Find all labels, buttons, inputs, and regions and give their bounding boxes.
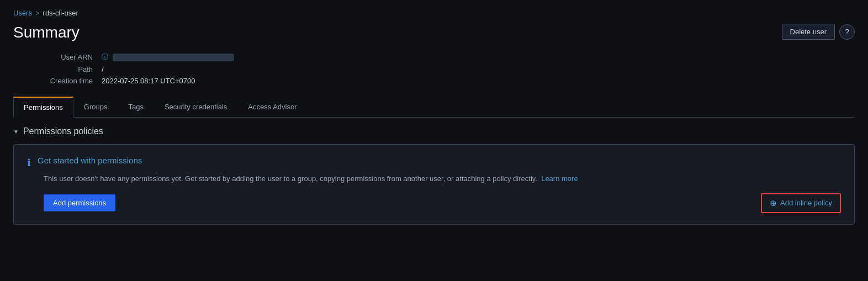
page-header: Summary Delete user ? <box>13 24 855 41</box>
arn-value: ⓘ <box>102 52 234 62</box>
tab-access-advisor[interactable]: Access Advisor <box>237 97 307 118</box>
arn-bar <box>113 54 234 61</box>
page-title: Summary <box>13 24 80 41</box>
chevron-down-icon[interactable]: ▼ <box>13 129 19 135</box>
breadcrumb-parent-link[interactable]: Users <box>13 9 32 17</box>
info-circle-icon: ℹ <box>27 157 31 169</box>
breadcrumb: Users > rds-cli-user <box>13 9 855 17</box>
tabs-wrapper: Permissions Groups Tags Security credent… <box>13 96 855 118</box>
plus-circle-icon: ⊕ <box>770 198 777 208</box>
header-actions: Delete user ? <box>782 24 855 40</box>
arn-label: User ARN <box>13 53 102 61</box>
creation-time-label: Creation time <box>13 77 102 85</box>
tab-groups[interactable]: Groups <box>73 97 118 118</box>
tab-security-credentials[interactable]: Security credentials <box>154 97 237 118</box>
tab-permissions[interactable]: Permissions <box>13 97 73 118</box>
info-card-body: This user doesn't have any permissions y… <box>27 173 841 184</box>
path-label: Path <box>13 65 102 73</box>
add-inline-policy-button[interactable]: ⊕ Add inline policy <box>761 193 841 213</box>
breadcrumb-current: rds-cli-user <box>43 9 78 17</box>
info-card-title: Get started with permissions <box>38 156 142 165</box>
permissions-section: ▼ Permissions policies ℹ Get started wit… <box>13 118 855 234</box>
arn-info-icon[interactable]: ⓘ <box>102 52 108 62</box>
summary-table: User ARN ⓘ Path / Creation time 2022-07-… <box>13 52 855 85</box>
learn-more-link[interactable]: Learn more <box>541 174 578 183</box>
info-card-header: ℹ Get started with permissions <box>27 156 841 169</box>
breadcrumb-separator: > <box>35 9 40 17</box>
info-card-footer: Add permissions ⊕ Add inline policy <box>27 193 841 213</box>
section-title: Permissions policies <box>23 126 103 136</box>
add-permissions-button[interactable]: Add permissions <box>44 194 115 211</box>
summary-row-arn: User ARN ⓘ <box>13 52 855 62</box>
summary-row-creation-time: Creation time 2022-07-25 08:17 UTC+0700 <box>13 77 855 85</box>
section-header: ▼ Permissions policies <box>13 126 855 136</box>
permissions-info-card: ℹ Get started with permissions This user… <box>13 144 855 225</box>
help-icon[interactable]: ? <box>839 24 855 40</box>
tabs: Permissions Groups Tags Security credent… <box>13 96 855 117</box>
delete-user-button[interactable]: Delete user <box>782 24 835 40</box>
tab-tags[interactable]: Tags <box>118 97 154 118</box>
summary-row-path: Path / <box>13 65 855 73</box>
info-card-text: This user doesn't have any permissions y… <box>44 174 578 183</box>
creation-time-value: 2022-07-25 08:17 UTC+0700 <box>102 77 195 85</box>
path-value: / <box>102 65 104 73</box>
